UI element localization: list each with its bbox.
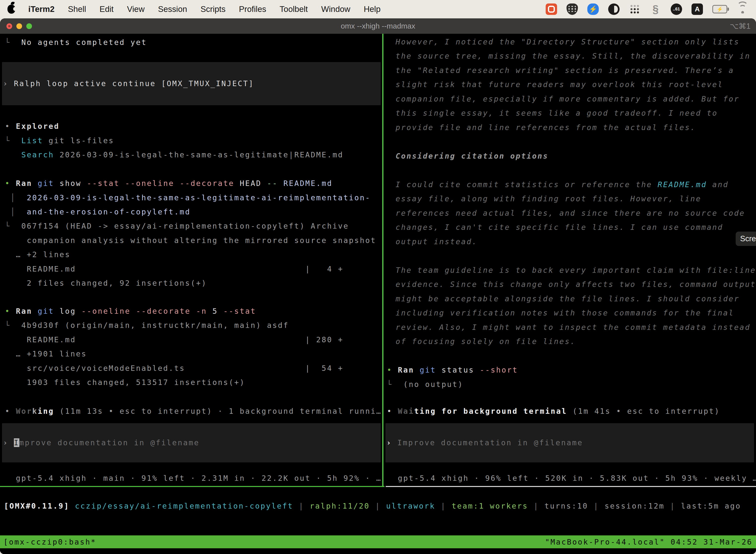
ran-git-log-line: • Ran git log --oneline --decorate -n 5 … <box>5 304 256 318</box>
text-segment: session:12m <box>605 502 665 510</box>
reasoning-paragraph-2: I could cite commit statistics or refere… <box>396 177 729 191</box>
text-segment: git <box>420 366 436 374</box>
tmux-session-window-label[interactable]: [omx-cczip0:bash* <box>3 538 96 546</box>
tmux-status-bar: [omx-cczip0:bash* "MacBook-Pro-44.local"… <box>0 535 756 548</box>
model-status-line: gpt-5.4 xhigh · 96% left · 520K in · 5.8… <box>387 471 756 485</box>
terminal-line: └ List git ls-files <box>5 133 114 148</box>
text-segment <box>32 307 38 316</box>
menu-window[interactable]: Window <box>321 4 350 14</box>
terminal-line: this single essay, it seems like a good … <box>396 106 718 120</box>
command-input-line: › Improve documentation in @filename <box>386 436 583 450</box>
text-segment: status <box>436 366 480 374</box>
terminal-line: 1903 files changed, 513517 insertions(+) <box>5 375 245 389</box>
terminal-line: changes, I can't cite specific file line… <box>396 220 723 234</box>
squiggle-icon[interactable] <box>650 3 661 15</box>
terminal-line: └ 4b9d30f (origin/main, instructkr/main,… <box>5 318 289 332</box>
menubar-status-icons: ..61A <box>546 3 749 15</box>
terminal-line: the "Related research writing" section i… <box>396 63 734 77</box>
text-segment: essay file, along with finding root file… <box>396 195 701 203</box>
left-pane[interactable]: └ No agents completed yet› Ralph loop ac… <box>0 34 382 486</box>
text-segment: the source tree, missing the essay. Stil… <box>396 52 751 60</box>
camera-shutter-icon[interactable] <box>608 3 620 15</box>
terminal-line: 2 files changed, 92 insertions(+) <box>5 276 207 290</box>
menu-scripts[interactable]: Scripts <box>200 4 226 14</box>
text-segment: (1m 41s • esc to interrupt) <box>567 407 720 416</box>
text-segment: Explored <box>16 122 60 130</box>
menu-edit[interactable]: Edit <box>100 4 114 14</box>
text-segment: README.md <box>658 180 707 189</box>
iterm-window: omx --xhigh --madmax ⌥⌘1 └ No agents com… <box>0 18 756 554</box>
text-segment: Considering citation options <box>396 152 548 160</box>
right-pane[interactable]: However, I noticed the "Directory Struct… <box>383 34 756 486</box>
menu-iterm2[interactable]: iTerm2 <box>28 4 55 14</box>
menu-toolbelt[interactable]: Toolbelt <box>279 4 308 14</box>
text-segment: › <box>386 438 397 447</box>
wifi-icon[interactable] <box>737 5 749 13</box>
terminal-line: … +1901 lines <box>5 347 87 361</box>
apple-icon[interactable] <box>7 5 15 14</box>
text-segment: git <box>38 179 54 188</box>
text-segment: including verification notes with those … <box>396 309 734 317</box>
title-bar[interactable]: omx --xhigh --madmax ⌥⌘1 <box>0 18 756 34</box>
text-segment: (11m 13s • esc to interrupt) · 1 backgro… <box>54 407 382 416</box>
battery-icon[interactable] <box>712 5 727 13</box>
text-segment: 5 <box>212 307 224 316</box>
text-segment: companion analysis without altering the … <box>5 236 376 245</box>
text-segment: show <box>54 179 87 188</box>
menu-view[interactable]: View <box>127 4 145 14</box>
text-segment: └ <box>5 38 21 47</box>
menu-help[interactable]: Help <box>364 4 380 14</box>
text-segment: --stat --oneline --decorate <box>87 179 240 188</box>
text-segment: README.md | 280 + <box>5 335 343 344</box>
text-segment: ting for background terminal <box>414 407 567 416</box>
text-segment: | <box>528 502 545 510</box>
model-status-line: gpt-5.4 xhigh · main · 91% left · 2.31M … <box>5 471 382 485</box>
reasoning-heading: Considering citation options <box>396 149 548 163</box>
text-segment: Search <box>21 151 54 159</box>
text-segment: README.md | 4 + <box>5 265 343 273</box>
text-segment: team:1 workers <box>452 502 528 510</box>
terminal-line: companion analysis without altering the … <box>5 233 376 247</box>
text-segment: review. Also, I might want to inspect th… <box>396 323 751 332</box>
dots-grid-icon[interactable] <box>629 3 640 15</box>
text-segment: • <box>5 307 16 316</box>
text-segment: HEAD <box>240 179 267 188</box>
shield-grid-icon[interactable] <box>567 3 578 15</box>
menu-shell[interactable]: Shell <box>68 4 86 14</box>
text-segment: --oneline --decorate <box>81 307 196 316</box>
text-segment: 1903 files changed, 513517 insertions(+) <box>5 378 245 387</box>
text-segment: ultrawork <box>386 502 435 510</box>
menu-profiles[interactable]: Profiles <box>239 4 266 14</box>
menu-session[interactable]: Session <box>158 4 187 14</box>
terminal-line: might be acceptable alongside the file l… <box>396 292 740 306</box>
text-segment: Improve documentation in @filename <box>397 438 583 447</box>
working-status-line: • Working (11m 13s • esc to interrupt) ·… <box>5 404 382 418</box>
terminal-line: the source tree, missing the essay. Stil… <box>396 49 751 63</box>
command-input-line: › Improve documentation in @filename <box>3 436 199 450</box>
text-segment: changes, I can't cite specific file line… <box>396 223 723 232</box>
text-segment: … +1901 lines <box>5 349 87 358</box>
terminal-line: output instead. <box>396 234 478 249</box>
terminal-line: │ and-the-erosion-of-copyleft.md <box>5 205 190 219</box>
terminal-line: companion file, especially if more comme… <box>396 92 740 106</box>
text-segment <box>5 151 21 159</box>
text-segment: -n <box>196 307 212 316</box>
input-source-icon[interactable]: A <box>692 3 703 15</box>
text-segment: 2026-03-09-is-legal-the-same-as-legitima… <box>54 151 343 159</box>
text-segment: Ran <box>16 307 32 316</box>
text-segment: Wor <box>16 407 32 416</box>
text-segment: However, I noticed the "Directory Struct… <box>396 38 740 46</box>
text-segment: ing <box>38 407 54 416</box>
text-segment: 067f154 (HEAD -> essay/ai-reimplementati… <box>21 222 349 230</box>
tab-shortcut-badge: ⌥⌘1 <box>730 21 751 31</box>
terminal-line: └ (no output) <box>387 377 463 391</box>
ran-git-status-line: • Ran git status --short <box>387 363 518 377</box>
text-segment: evidence. Since this change only affects… <box>396 280 756 289</box>
terminal-line: README.md | 4 + <box>5 262 343 276</box>
text-segment: └ <box>5 321 21 330</box>
battery-percent-badge-icon[interactable]: ..61 <box>671 3 682 15</box>
chat-bubble-icon[interactable] <box>546 3 557 15</box>
terminal-line: └ 067f154 (HEAD -> essay/ai-reimplementa… <box>5 219 349 233</box>
lightning-badge-icon[interactable] <box>587 3 599 15</box>
text-segment: • <box>387 366 398 374</box>
